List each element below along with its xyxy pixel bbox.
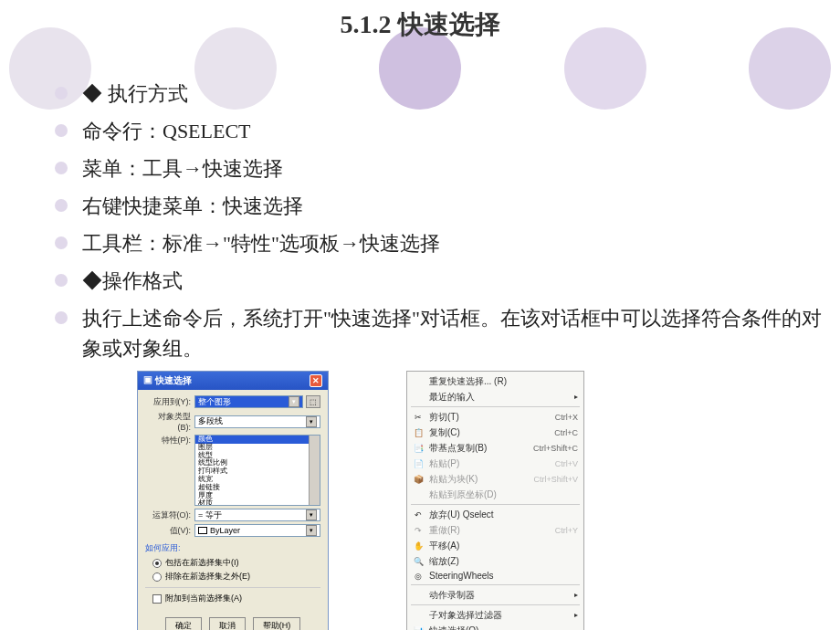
color-swatch-icon — [198, 527, 207, 534]
menu-item[interactable]: ✂剪切(T)Ctrl+X — [407, 409, 583, 425]
scrollbar[interactable] — [309, 436, 320, 505]
list-item[interactable]: 厚度 — [195, 492, 320, 500]
radio-exclude[interactable]: 排除在新选择集之外(E) — [152, 571, 320, 583]
list-item[interactable]: 图层 — [195, 444, 320, 452]
menu-icon: 📦 — [411, 474, 425, 485]
operator-select[interactable]: = 等于▾ — [194, 509, 320, 521]
menu-label: 带基点复制(B) — [429, 442, 533, 455]
menu-icon: 📄 — [411, 458, 425, 469]
checkbox-icon — [152, 594, 162, 604]
ok-button[interactable]: 确定 — [165, 617, 202, 630]
menu-shortcut: Ctrl+Shift+V — [533, 475, 578, 484]
chevron-right-icon: ▸ — [574, 611, 578, 619]
bullet-icon — [55, 199, 68, 212]
bullet-icon — [55, 162, 68, 174]
menu-shortcut: Ctrl+Y — [555, 526, 578, 535]
menu-item: 粘贴到原坐标(D) — [407, 487, 583, 502]
menu-label: 重做(R) — [429, 524, 555, 537]
menu-icon: ◎ — [411, 571, 425, 582]
menu-label: 粘贴到原坐标(D) — [429, 488, 578, 501]
menu-icon: 📊 — [411, 625, 425, 631]
menu-icon — [411, 392, 425, 403]
menu-item[interactable]: 最近的输入▸ — [407, 389, 583, 404]
bullet-icon — [55, 236, 68, 249]
content-area: ◆ 执行方式 命令行：QSELECT 菜单：工具→快速选择 右键快捷菜单：快速选… — [0, 42, 840, 630]
bullet-icon — [55, 87, 68, 100]
radio-icon — [152, 572, 162, 582]
menu-item[interactable]: 重复快速选择... (R) — [407, 373, 583, 389]
menu-separator — [411, 604, 580, 605]
label-operator: 运算符(O): — [145, 509, 191, 521]
label-value: 值(V): — [145, 525, 191, 537]
help-button[interactable]: 帮助(H) — [253, 617, 301, 630]
menu-icon — [411, 590, 425, 601]
menu-icon: ↶ — [411, 509, 425, 520]
menu-item[interactable]: 🔍缩放(Z) — [407, 553, 583, 569]
menu-item[interactable]: ✋平移(A) — [407, 538, 583, 553]
applyto-select[interactable]: 整个图形▾ — [194, 395, 303, 408]
label-objtype: 对象类型(B): — [145, 411, 191, 432]
chevron-down-icon: ▾ — [289, 396, 299, 407]
page-title: 5.1.2 快速选择 — [0, 0, 840, 42]
menu-shortcut: Ctrl+V — [555, 459, 578, 468]
menu-icon: ✋ — [411, 541, 425, 551]
chevron-down-icon: ▾ — [306, 416, 317, 427]
menu-shortcut: Ctrl+X — [555, 413, 578, 422]
dialog-title-text: 快速选择 — [155, 375, 192, 385]
menu-label: 子对象选择过滤器 — [429, 609, 574, 622]
menu-label: 平移(A) — [429, 540, 578, 552]
context-menu: 重复快速选择... (R)最近的输入▸✂剪切(T)Ctrl+X📋复制(C)Ctr… — [406, 371, 584, 630]
menu-label: 动作录制器 — [429, 589, 574, 602]
property-listbox[interactable]: 颜色 图层 线型 线型比例 打印样式 线宽 超链接 厚度 材质 顶点 X 坐标 … — [194, 435, 320, 506]
list-item[interactable]: 打印样式 — [195, 467, 320, 476]
label-property: 特性(P): — [145, 435, 191, 446]
menu-icon: 📑 — [411, 443, 425, 454]
menu-label: 粘贴(P) — [429, 457, 555, 470]
menu-label: 最近的输入 — [429, 391, 574, 404]
label-applyto: 应用到(Y): — [145, 396, 191, 408]
dialog-titlebar: ▣ 快速选择 ✕ — [138, 372, 328, 390]
menu-label: 缩放(Z) — [429, 555, 578, 568]
menu-icon — [411, 376, 425, 387]
menu-item[interactable]: ◎SteeringWheels — [407, 569, 583, 583]
bullet-text: 执行上述命令后，系统打开"快速选择"对话框。在该对话框中可以选择符合条件的对象或… — [82, 303, 822, 363]
close-icon[interactable]: ✕ — [310, 374, 322, 387]
menu-separator — [411, 504, 580, 505]
menu-item[interactable]: 子对象选择过滤器▸ — [407, 607, 583, 623]
objtype-select[interactable]: 多段线▾ — [194, 415, 320, 428]
menu-separator — [411, 584, 580, 585]
bullet-icon — [55, 274, 68, 287]
menu-icon: 📋 — [411, 427, 425, 438]
menu-icon — [411, 489, 425, 500]
bullet-icon — [55, 124, 68, 137]
checkbox-append[interactable]: 附加到当前选择集(A) — [152, 593, 320, 604]
cancel-button[interactable]: 取消 — [209, 617, 246, 630]
pick-objects-button[interactable]: ⬚ — [306, 395, 320, 408]
bullet-text: ◆操作格式 — [82, 266, 183, 296]
bullet-text: 右键快捷菜单：快速选择 — [82, 191, 303, 221]
menu-item: 📄粘贴(P)Ctrl+V — [407, 456, 583, 471]
menu-item[interactable]: 📑带基点复制(B)Ctrl+Shift+C — [407, 440, 583, 456]
menu-label: 粘贴为块(K) — [429, 473, 533, 486]
bullet-text: ◆ 执行方式 — [82, 79, 188, 109]
menu-item[interactable]: 📋复制(C)Ctrl+C — [407, 425, 583, 440]
menu-item[interactable]: 📊快速选择(Q)... — [407, 623, 583, 630]
value-select[interactable]: ByLayer▾ — [194, 524, 320, 537]
chevron-down-icon: ▾ — [306, 509, 317, 520]
bullet-icon — [55, 311, 68, 324]
radio-include[interactable]: 包括在新选择集中(I) — [152, 557, 320, 569]
menu-icon — [411, 610, 425, 621]
menu-shortcut: Ctrl+Shift+C — [533, 444, 578, 453]
menu-item[interactable]: 动作录制器▸ — [407, 587, 583, 603]
menu-item: 📦粘贴为块(K)Ctrl+Shift+V — [407, 471, 583, 487]
menu-item[interactable]: ↶放弃(U) Qselect — [407, 507, 583, 522]
menu-icon: ↷ — [411, 525, 425, 536]
menu-shortcut: Ctrl+C — [554, 428, 578, 437]
menu-icon: ✂ — [411, 412, 425, 423]
howapply-label: 如何应用: — [145, 542, 320, 554]
list-item[interactable]: 材质 — [195, 499, 320, 506]
bullet-text: 工具栏：标准→"特性"选项板→快速选择 — [82, 228, 440, 258]
menu-label: 放弃(U) Qselect — [429, 509, 578, 521]
list-item[interactable]: 超链接 — [195, 484, 320, 492]
list-item[interactable]: 颜色 — [195, 436, 320, 444]
